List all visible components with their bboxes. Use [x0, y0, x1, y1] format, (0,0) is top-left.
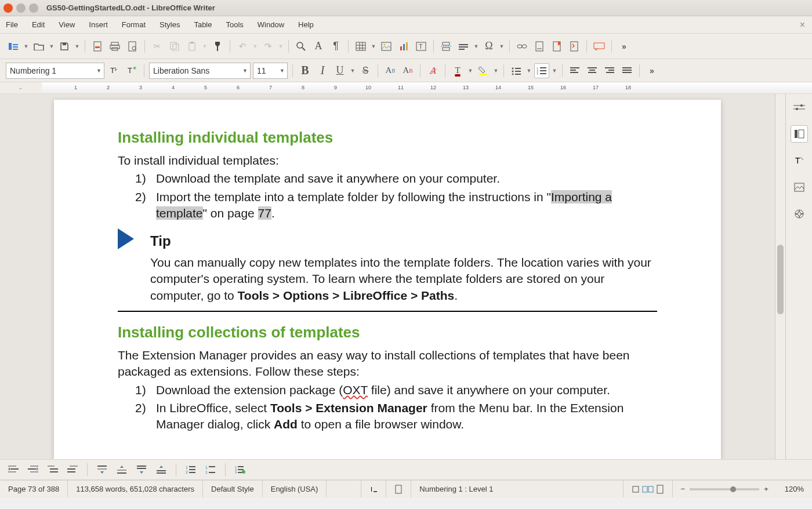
status-page[interactable]: Page 73 of 388 — [0, 481, 68, 497]
document-page[interactable]: Installing individual templates To insta… — [54, 100, 721, 459]
promote-sub-icon[interactable] — [65, 462, 80, 477]
undo-dropdown[interactable]: ▼ — [252, 43, 258, 49]
italic-button[interactable]: I — [315, 63, 330, 78]
bold-button[interactable]: B — [298, 63, 313, 78]
field-dropdown[interactable]: ▼ — [473, 43, 479, 49]
superscript-button[interactable]: AB — [383, 63, 398, 78]
toolbar2-overflow-icon[interactable]: » — [644, 63, 659, 78]
table-dropdown[interactable]: ▼ — [371, 43, 376, 49]
redo-dropdown[interactable]: ▼ — [278, 43, 284, 49]
sidebar-styles-icon[interactable]: T — [791, 152, 808, 169]
menu-file[interactable]: File — [6, 20, 18, 29]
sidebar-properties-icon[interactable] — [791, 125, 808, 143]
menu-tools[interactable]: Tools — [226, 20, 243, 29]
undo-icon[interactable]: ↶ — [235, 39, 250, 54]
status-wordcount[interactable]: 113,658 words, 651,028 characters — [68, 481, 203, 497]
align-justify-icon[interactable] — [619, 63, 635, 78]
no-number-icon[interactable]: 12 — [183, 462, 198, 477]
print-preview-icon[interactable] — [125, 39, 140, 54]
sidebar-navigator-icon[interactable] — [791, 205, 808, 223]
underline-button[interactable]: U — [332, 63, 347, 78]
special-char-icon[interactable]: Ω — [481, 39, 496, 54]
move-up-icon[interactable] — [114, 462, 129, 477]
copy-icon[interactable] — [167, 39, 182, 54]
new-dropdown[interactable]: ▼ — [23, 43, 29, 49]
clone-formatting-icon[interactable] — [210, 39, 225, 54]
highlight-dropdown[interactable]: ▼ — [493, 68, 499, 74]
footnote-icon[interactable] — [532, 39, 547, 54]
demote-one-icon[interactable] — [6, 462, 21, 477]
subscript-button[interactable]: AB — [400, 63, 415, 78]
bookmark-icon[interactable] — [549, 39, 564, 54]
number-list-icon[interactable]: 123 — [534, 63, 549, 78]
sidebar-gallery-icon[interactable] — [791, 179, 808, 196]
print-icon[interactable] — [107, 39, 122, 54]
cut-icon[interactable]: ✂ — [150, 39, 165, 54]
align-left-icon[interactable] — [567, 63, 582, 78]
font-color-icon[interactable]: T — [450, 63, 465, 78]
status-insert-mode[interactable] — [327, 481, 361, 497]
save-dropdown[interactable]: ▼ — [74, 43, 80, 49]
status-selection-mode-icon[interactable]: I — [361, 481, 386, 497]
close-document-icon[interactable]: × — [800, 20, 805, 30]
paste-dropdown[interactable]: ▼ — [202, 43, 208, 49]
insert-image-icon[interactable] — [379, 39, 394, 54]
zoom-out-icon[interactable]: − — [681, 485, 686, 493]
page-break-icon[interactable] — [438, 39, 454, 54]
status-signature-icon[interactable] — [386, 481, 411, 497]
paragraph-style-combo[interactable]: Numbering 1▼ — [6, 63, 104, 79]
font-color-dropdown[interactable]: ▼ — [467, 68, 473, 74]
window-maximize-icon[interactable] — [29, 3, 38, 13]
formatting-marks-icon[interactable]: ¶ — [328, 39, 343, 54]
insert-textbox-icon[interactable]: T — [414, 39, 429, 54]
find-replace-icon[interactable] — [293, 39, 309, 54]
paste-icon[interactable] — [184, 39, 200, 54]
underline-dropdown[interactable]: ▼ — [350, 68, 356, 74]
menu-format[interactable]: Format — [122, 20, 146, 29]
spellcheck-icon[interactable]: A — [311, 39, 326, 54]
insert-table-icon[interactable] — [353, 39, 368, 54]
menu-styles[interactable]: Styles — [160, 20, 180, 29]
insert-chart-icon[interactable] — [396, 39, 411, 54]
menu-window[interactable]: Window — [258, 20, 284, 29]
update-style-icon[interactable]: T — [107, 63, 122, 78]
document-area[interactable]: Installing individual templates To insta… — [0, 94, 775, 459]
open-icon[interactable] — [31, 39, 46, 54]
vertical-scrollbar[interactable] — [775, 94, 785, 459]
bullets-numbering-dialog-icon[interactable]: 123 — [233, 462, 248, 477]
restart-number-icon[interactable]: 11 — [203, 462, 218, 477]
move-up-sub-icon[interactable] — [154, 462, 169, 477]
redo-icon[interactable]: ↷ — [260, 39, 276, 54]
open-dropdown[interactable]: ▼ — [49, 43, 55, 49]
window-minimize-icon[interactable] — [16, 3, 26, 13]
cross-ref-icon[interactable] — [567, 39, 582, 54]
align-center-icon[interactable] — [585, 63, 600, 78]
highlight-icon[interactable] — [476, 63, 491, 78]
specialchar-dropdown[interactable]: ▼ — [499, 43, 505, 49]
promote-one-icon[interactable] — [26, 462, 41, 477]
align-right-icon[interactable] — [602, 63, 617, 78]
bullet-dropdown[interactable]: ▼ — [526, 68, 532, 74]
status-zoom[interactable]: − + — [673, 481, 777, 497]
hyperlink-icon[interactable] — [514, 39, 530, 54]
strikethrough-button[interactable]: S — [358, 63, 373, 78]
font-name-combo[interactable]: Liberation Sans▼ — [149, 63, 251, 79]
move-down-sub-icon[interactable] — [134, 462, 149, 477]
new-icon[interactable] — [6, 39, 21, 54]
status-view-icons[interactable] — [624, 481, 673, 497]
menu-insert[interactable]: Insert — [89, 20, 108, 29]
number-dropdown[interactable]: ▼ — [552, 68, 557, 74]
save-icon[interactable] — [57, 39, 72, 54]
menu-table[interactable]: Table — [194, 20, 212, 29]
sidebar-settings-icon[interactable] — [791, 99, 808, 116]
scrollbar-thumb[interactable] — [777, 245, 784, 314]
comment-icon[interactable] — [592, 39, 607, 54]
status-zoom-value[interactable]: 120% — [777, 481, 812, 497]
menu-view[interactable]: View — [59, 20, 75, 29]
zoom-slider[interactable] — [690, 488, 759, 490]
clear-formatting-icon[interactable]: A̷ — [425, 63, 440, 78]
status-language[interactable]: English (USA) — [263, 481, 327, 497]
menu-help[interactable]: Help — [298, 20, 314, 29]
menu-edit[interactable]: Edit — [32, 20, 45, 29]
font-size-combo[interactable]: 11▼ — [253, 63, 288, 79]
